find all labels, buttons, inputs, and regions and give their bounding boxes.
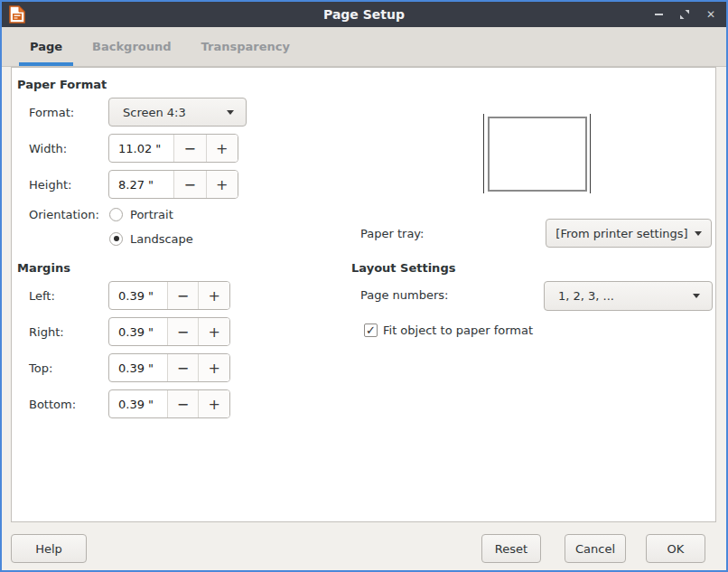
paper-preview — [488, 117, 587, 192]
margin-bottom-value[interactable]: 0.39 " — [109, 390, 167, 417]
portrait-label: Portrait — [130, 208, 173, 221]
help-button[interactable]: Help — [11, 534, 87, 563]
tab-page[interactable]: Page — [19, 27, 73, 66]
width-decrement-button[interactable]: − — [173, 135, 205, 162]
preview-margin-line-right — [590, 114, 591, 193]
margin-left-label: Left: — [29, 289, 55, 303]
margin-top-label: Top: — [29, 361, 52, 375]
orientation-portrait-radio[interactable]: Portrait — [109, 206, 173, 222]
window-title: Page Setup — [2, 2, 726, 27]
margin-right-value[interactable]: 0.39 " — [109, 318, 167, 345]
layout-settings-heading: Layout Settings — [351, 261, 455, 275]
page-numbers-label: Page numbers: — [360, 288, 449, 302]
height-decrement-button[interactable]: − — [173, 171, 205, 198]
margin-right-decrement-button[interactable]: − — [167, 318, 199, 345]
cancel-button[interactable]: Cancel — [565, 534, 626, 563]
preview-margin-line-left — [483, 114, 484, 193]
height-label: Height: — [29, 178, 71, 192]
margin-bottom-spinner: 0.39 " − + — [108, 389, 230, 418]
height-value[interactable]: 8.27 " — [109, 171, 173, 198]
width-value[interactable]: 11.02 " — [109, 135, 173, 162]
fit-object-checkbox[interactable]: ✓ Fit object to paper format — [364, 323, 533, 337]
margins-heading: Margins — [17, 261, 70, 275]
margin-top-spinner: 0.39 " − + — [108, 353, 230, 382]
close-icon[interactable]: ✕ — [705, 8, 717, 21]
minimize-icon[interactable] — [652, 8, 665, 21]
format-dropdown[interactable]: Screen 4:3 — [108, 98, 247, 127]
window-controls: ✕ — [652, 2, 717, 27]
radio-icon — [109, 208, 123, 221]
orientation-label: Orientation: — [29, 208, 99, 221]
paper-tray-dropdown[interactable]: [From printer settings] — [546, 219, 712, 248]
reset-button[interactable]: Reset — [481, 534, 541, 563]
ok-button[interactable]: OK — [646, 534, 705, 563]
margin-right-spinner: 0.39 " − + — [108, 317, 230, 346]
landscape-label: Landscape — [130, 232, 193, 246]
chevron-down-icon — [695, 231, 702, 236]
page-setup-dialog: Page Setup ✕ Page Background Transparenc… — [0, 0, 728, 572]
width-spinner: 11.02 " − + — [108, 134, 238, 163]
paper-tray-value: [From printer settings] — [555, 227, 687, 240]
checkbox-checked-icon: ✓ — [364, 324, 378, 337]
orientation-landscape-radio[interactable]: Landscape — [109, 230, 193, 247]
margin-right-label: Right: — [29, 325, 64, 339]
tab-transparency[interactable]: Transparency — [191, 27, 301, 66]
margin-left-decrement-button[interactable]: − — [167, 282, 199, 309]
margin-top-decrement-button[interactable]: − — [167, 354, 199, 381]
radio-selected-icon — [109, 232, 123, 246]
tab-strip: Page Background Transparency — [2, 27, 726, 67]
margin-bottom-label: Bottom: — [29, 398, 76, 411]
paper-tray-label: Paper tray: — [360, 227, 424, 240]
format-value: Screen 4:3 — [123, 106, 186, 119]
fit-object-label: Fit object to paper format — [383, 324, 533, 337]
margin-left-value[interactable]: 0.39 " — [109, 282, 167, 309]
tab-background[interactable]: Background — [81, 27, 182, 66]
margin-top-increment-button[interactable]: + — [198, 354, 229, 381]
margin-top-value[interactable]: 0.39 " — [109, 354, 167, 381]
page-numbers-value: 1, 2, 3, ... — [558, 289, 614, 303]
format-label: Format: — [29, 106, 74, 119]
width-increment-button[interactable]: + — [206, 135, 238, 162]
chevron-down-icon — [693, 294, 700, 298]
margin-right-increment-button[interactable]: + — [198, 318, 229, 345]
width-label: Width: — [29, 142, 67, 155]
margin-bottom-decrement-button[interactable]: − — [167, 390, 199, 417]
height-spinner: 8.27 " − + — [108, 170, 238, 199]
restore-icon[interactable] — [678, 8, 691, 21]
chevron-down-icon — [227, 110, 234, 115]
margin-bottom-increment-button[interactable]: + — [198, 390, 229, 417]
margin-left-increment-button[interactable]: + — [198, 282, 229, 309]
paper-format-heading: Paper Format — [17, 78, 107, 91]
title-bar: Page Setup ✕ — [2, 2, 726, 27]
height-increment-button[interactable]: + — [206, 171, 238, 198]
page-numbers-dropdown[interactable]: 1, 2, 3, ... — [544, 281, 713, 311]
margin-left-spinner: 0.39 " − + — [108, 281, 230, 310]
